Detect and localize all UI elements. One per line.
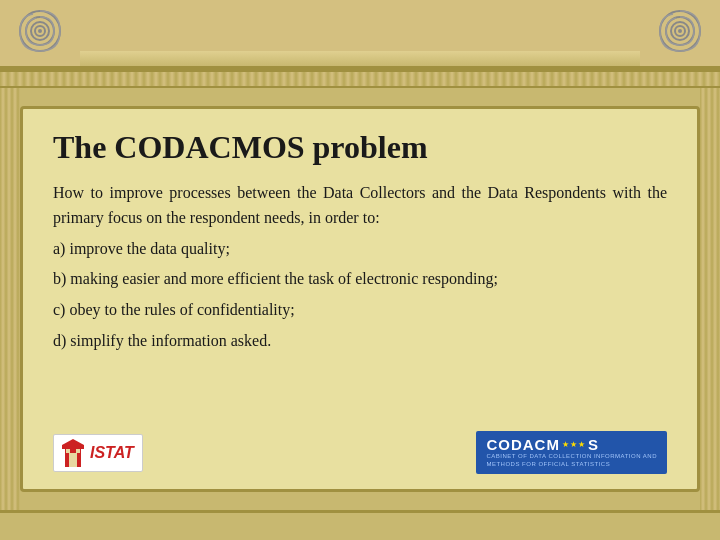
- logos-row: ISTAT CODACM ★★★ S CABINET OF DATA COLLE…: [53, 423, 667, 474]
- right-spiral-icon: [655, 6, 705, 56]
- slide-container: The CODACMOS problem How to improve proc…: [0, 0, 720, 540]
- item-c: c) obey to the rules of confidentiality;: [53, 298, 667, 323]
- svg-rect-11: [62, 445, 84, 449]
- istat-logo: ISTAT: [53, 434, 143, 472]
- center-column: The CODACMOS problem How to improve proc…: [20, 88, 700, 510]
- item-a: a) improve the data quality;: [53, 237, 667, 262]
- column-flutes-decoration: [0, 70, 720, 88]
- item-d: d) simplify the information asked.: [53, 329, 667, 354]
- codacmos-logo: CODACM ★★★ S CABINET OF DATA COLLECTION …: [476, 431, 667, 474]
- content-card: The CODACMOS problem How to improve proc…: [20, 106, 700, 492]
- svg-marker-12: [62, 439, 84, 445]
- eu-stars-icon: ★★★: [562, 440, 586, 449]
- bottom-decorative-border: [0, 510, 720, 540]
- slide-title: The CODACMOS problem: [53, 129, 667, 166]
- right-capital: [640, 0, 720, 66]
- left-spiral-icon: [15, 6, 65, 56]
- codacmos-subtitle-2: METHODS FOR OFFICIAL STATISTICS: [486, 461, 610, 469]
- svg-point-4: [38, 29, 42, 33]
- codacmos-main-text: CODACM: [486, 436, 560, 453]
- slide-body: How to improve processes between the Dat…: [53, 181, 667, 413]
- main-row: The CODACMOS problem How to improve proc…: [0, 88, 720, 510]
- top-center-bar: [80, 51, 640, 66]
- left-capital: [0, 0, 80, 66]
- paragraph-intro: How to improve processes between the Dat…: [53, 181, 667, 231]
- codacmos-subtitle-1: CABINET OF DATA COLLECTION INFORMATION A…: [486, 453, 657, 461]
- left-side-column: [0, 88, 20, 510]
- svg-rect-14: [66, 449, 70, 453]
- top-decorative-border: [0, 0, 720, 70]
- codacmos-suffix-text: S: [588, 436, 599, 453]
- istat-label: ISTAT: [90, 444, 134, 462]
- right-side-column: [700, 88, 720, 510]
- svg-point-9: [678, 29, 682, 33]
- svg-rect-13: [69, 453, 77, 467]
- svg-rect-15: [76, 449, 80, 453]
- istat-building-icon: [62, 439, 84, 467]
- item-b: b) making easier and more efficient the …: [53, 267, 667, 292]
